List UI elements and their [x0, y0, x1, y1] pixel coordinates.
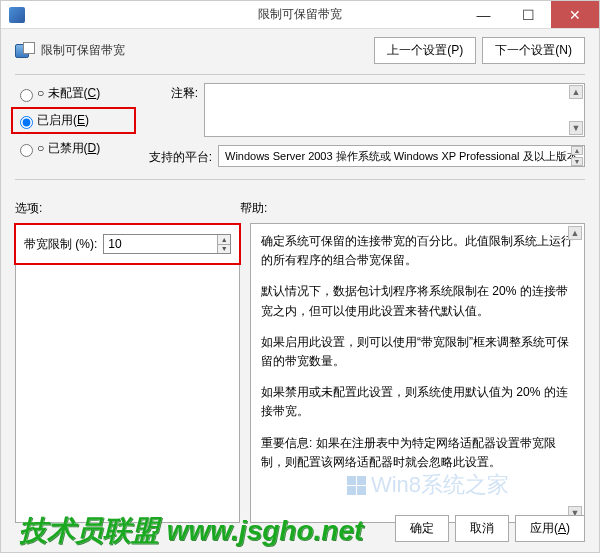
scroll-up-icon[interactable]: ▲	[571, 146, 583, 155]
spinner-up-icon[interactable]: ▲	[218, 235, 230, 245]
help-paragraph: 如果禁用或未配置此设置，则系统使用默认值为 20% 的连接带宽。	[261, 383, 574, 421]
nav-buttons: 上一个设置(P) 下一个设置(N)	[374, 37, 585, 64]
cancel-button[interactable]: 取消	[455, 515, 509, 542]
maximize-button[interactable]: ☐	[506, 1, 551, 28]
help-label: 帮助:	[240, 200, 267, 217]
dialog-content: 限制可保留带宽 上一个设置(P) 下一个设置(N) ○ 未配置(C) 已启用(E…	[1, 29, 599, 552]
help-paragraph: 默认情况下，数据包计划程序将系统限制在 20% 的连接带宽之内，但可以使用此设置…	[261, 282, 574, 320]
platform-row: 支持的平台: Windows Server 2003 操作系统或 Windows…	[142, 145, 585, 167]
comment-textarea[interactable]: ▲ ▼	[204, 83, 585, 137]
spinner-buttons: ▲ ▼	[217, 235, 230, 253]
bandwidth-limit-label: 带宽限制 (%):	[24, 236, 97, 253]
next-setting-button[interactable]: 下一个设置(N)	[482, 37, 585, 64]
apply-button[interactable]: 应用(A)	[515, 515, 585, 542]
close-button[interactable]: ✕	[551, 1, 599, 28]
prev-setting-button[interactable]: 上一个设置(P)	[374, 37, 476, 64]
options-panel: 带宽限制 (%): ▲ ▼	[15, 223, 240, 523]
help-paragraph: 确定系统可保留的连接带宽的百分比。此值限制系统上运行的所有程序的组合带宽保留。	[261, 232, 574, 270]
scroll-up-icon[interactable]: ▲	[569, 85, 583, 99]
window-title: 限制可保留带宽	[258, 6, 342, 23]
radio-enabled-input[interactable]	[20, 116, 33, 129]
section-labels: 选项: 帮助:	[15, 200, 585, 217]
help-paragraph: 如果启用此设置，则可以使用“带宽限制”框来调整系统可保留的带宽数量。	[261, 333, 574, 371]
platform-text: Windows Server 2003 操作系统或 Windows XP Pro…	[225, 150, 578, 162]
radio-disabled[interactable]: ○ 已禁用(D)	[15, 140, 130, 157]
radio-disabled-input[interactable]	[20, 144, 33, 157]
state-radio-group: ○ 未配置(C) 已启用(E) ○ 已禁用(D)	[15, 83, 130, 167]
config-row: ○ 未配置(C) 已启用(E) ○ 已禁用(D) 注释: ▲ ▼	[15, 83, 585, 167]
lower-panels: 带宽限制 (%): ▲ ▼ 确定系统可保留的连接带宽的百分比。此值限制系统上运行…	[15, 223, 585, 523]
header-row: 限制可保留带宽 上一个设置(P) 下一个设置(N)	[15, 37, 585, 64]
scroll-up-icon[interactable]: ▲	[568, 226, 582, 240]
bandwidth-input[interactable]	[104, 235, 217, 253]
dialog-buttons: 确定 取消 应用(A)	[395, 515, 585, 542]
window-controls: — ☐ ✕	[461, 1, 599, 28]
comment-section: 注释: ▲ ▼ 支持的平台: Windows Server 2003 操作系统或…	[142, 83, 585, 167]
comment-label: 注释:	[142, 83, 198, 102]
bandwidth-spinner: ▲ ▼	[103, 234, 231, 254]
radio-not-configured-input[interactable]	[20, 89, 33, 102]
setting-title: 限制可保留带宽	[41, 42, 125, 59]
highlight-enabled: 已启用(E)	[11, 107, 136, 134]
platform-label: 支持的平台:	[142, 147, 212, 166]
radio-enabled[interactable]: 已启用(E)	[15, 112, 130, 129]
divider	[15, 179, 585, 180]
ok-button[interactable]: 确定	[395, 515, 449, 542]
app-icon	[9, 7, 25, 23]
options-label: 选项:	[15, 200, 240, 217]
help-panel: 确定系统可保留的连接带宽的百分比。此值限制系统上运行的所有程序的组合带宽保留。 …	[250, 223, 585, 523]
comment-row: 注释: ▲ ▼	[142, 83, 585, 137]
policy-icon	[15, 42, 35, 60]
titlebar: 限制可保留带宽 — ☐ ✕	[1, 1, 599, 29]
help-paragraph: 重要信息: 如果在注册表中为特定网络适配器设置带宽限制，则配置该网络适配器时就会…	[261, 434, 574, 472]
divider	[15, 74, 585, 75]
platform-box: Windows Server 2003 操作系统或 Windows XP Pro…	[218, 145, 585, 167]
scroll-down-icon[interactable]: ▼	[569, 121, 583, 135]
bandwidth-option-row: 带宽限制 (%): ▲ ▼	[24, 234, 231, 254]
spinner-down-icon[interactable]: ▼	[218, 245, 230, 254]
radio-not-configured[interactable]: ○ 未配置(C)	[15, 85, 130, 102]
scroll-down-icon[interactable]: ▼	[571, 157, 583, 166]
minimize-button[interactable]: —	[461, 1, 506, 28]
